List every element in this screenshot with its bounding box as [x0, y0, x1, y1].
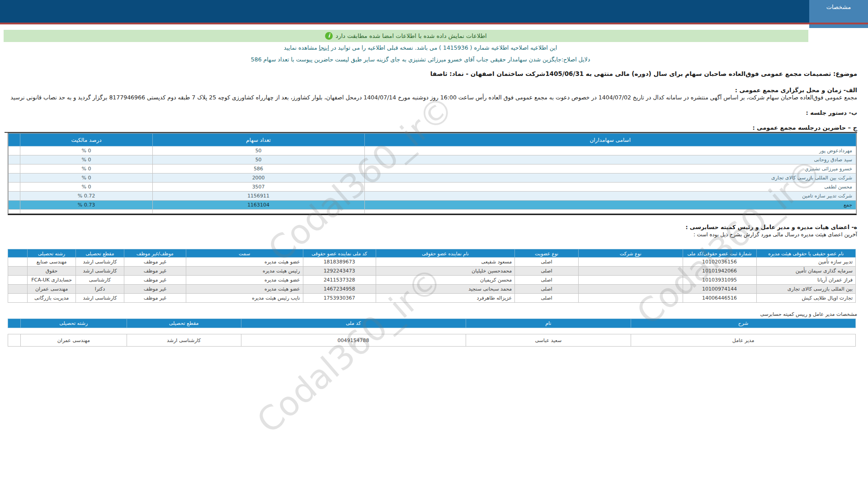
empty-cell	[364, 210, 856, 214]
shares-cell: 3507	[152, 183, 364, 192]
subject-line: موضوع: تصمیمات مجمع عمومی فوق‌العاده صاح…	[430, 70, 857, 77]
shares-cell: 50	[152, 146, 364, 155]
shares-cell: 2000	[152, 174, 364, 183]
reg-number-cell: 10100974144	[683, 285, 756, 294]
member-name-cell: بین المللی بازرسی کالای تجاری	[756, 285, 855, 294]
company-type-cell	[578, 267, 683, 276]
ceo-table-header: شرح نام کد ملی مقطع تحصیلی رشته تحصیلی	[8, 319, 856, 328]
empty-cell	[8, 267, 28, 276]
shareholder-name-cell: مهردادعوض پور	[364, 146, 856, 155]
table-row: فراز عمران آریانا 10103931095 اصلی محسن …	[8, 276, 856, 285]
empty-cell	[9, 155, 20, 164]
empty-cell	[20, 210, 153, 214]
attendees-table: اسامی سهامداران تعداد سهام درصد مالکیت م…	[8, 133, 857, 215]
column-header-national-id: کد ملی	[241, 319, 466, 328]
reg-number-cell: 10102036156	[683, 258, 756, 267]
company-type-cell	[578, 294, 683, 303]
total-label-cell: جمع	[364, 201, 856, 210]
rep-name-cell: محسن کریمیان	[376, 276, 515, 285]
reg-number-cell: 14006446516	[683, 294, 756, 303]
total-shares-cell: 1163104	[152, 201, 364, 210]
empty-cell	[9, 210, 20, 214]
membership-type-cell: اصلی	[515, 294, 579, 303]
revision-reason: دلایل اصلاح:جایگزین شدن سهامدار حقیقی جن…	[0, 56, 841, 63]
empty-cell	[8, 285, 28, 294]
board-table: نام عضو حقیقی یا حقوقی هیئت مدیره شمارهٔ…	[8, 249, 856, 303]
revision-notice-text: این اطلاعیه اصلاحیه اطلاعیه شماره ( 1415…	[329, 44, 557, 51]
table-row: سرمایه گذاری سیمان تأمین 10101942066 اصل…	[8, 267, 856, 276]
column-header-degree: مقطع تحصیلی	[127, 319, 241, 328]
field-cell: مهندسی عمران	[28, 285, 76, 294]
ownership-cell: % 0	[20, 155, 153, 164]
field-cell: مهندسی عمران	[21, 334, 127, 347]
table-row: تدبیر سازه تأمین 10102036156 اصلی مسعود …	[8, 258, 856, 267]
page: { "header": { "tab_label": "مشخصات" }, "…	[0, 0, 868, 488]
column-header-reg-number: شمارهٔ ثبت عضو حقوقی/کد ملی	[683, 249, 756, 258]
table-row: مهردادعوض پور 50 % 0	[9, 146, 856, 155]
section-e-subtitle: آخرین اعضای هیئت مدیره درسال مالی مورد گ…	[693, 231, 857, 238]
revision-notice: این اطلاعیه اصلاحیه اطلاعیه شماره ( 1415…	[0, 44, 841, 51]
rep-name-cell: محمدحسین خلیلیان	[376, 267, 515, 276]
rep-name-cell: عزیزاله طاهرفرد	[376, 294, 515, 303]
company-type-cell	[578, 285, 683, 294]
empty-cell	[9, 174, 20, 183]
rep-national-id-cell: 1753930367	[303, 294, 376, 303]
attendees-header-row: اسامی سهامداران تعداد سهام درصد مالکیت	[9, 134, 856, 146]
column-header-rep-national-id: کد ملی نماینده عضو حقوقی	[303, 249, 376, 258]
member-name-cell: تجارت اوپال طلایی کیش	[756, 294, 855, 303]
total-ownership-cell: % 0.73	[20, 201, 153, 210]
field-cell: حقوق	[28, 267, 76, 276]
empty-cell	[8, 276, 28, 285]
ceo-section-title: مشخصات مدیر عامل و رییس کمیته حسابرسی	[760, 311, 857, 317]
shareholder-name-cell: سید صادق روحانی	[364, 155, 856, 164]
column-header-ownership: درصد مالکیت	[20, 134, 153, 146]
signed-info-text: اطلاعات نمایش داده شده با اطلاعات امضا ش…	[335, 33, 486, 39]
reg-number-cell: 10103931095	[683, 276, 756, 285]
degree-cell: کارشناسی ارشد	[127, 334, 241, 347]
section-b-title: ب- دستور جلسه :	[806, 109, 857, 116]
national-id-cell: 0049154788	[241, 334, 466, 347]
executive-status-cell: غیر موظف	[124, 267, 186, 276]
executive-status-cell: غیر موظف	[124, 276, 186, 285]
field-cell: حسابداری FCA-UK	[28, 276, 76, 285]
column-header-membership-type: نوع عضویت	[515, 249, 579, 258]
empty-cell	[8, 294, 28, 303]
field-cell: مهندسی صنایع	[28, 258, 76, 267]
membership-type-cell: اصلی	[515, 267, 579, 276]
table-row: شرکت بین المللی بازرسی کالای تجاری 2000 …	[9, 174, 856, 183]
empty-cell	[9, 201, 20, 210]
degree-cell: دکترا	[76, 285, 124, 294]
member-name-cell: سرمایه گذاری سیمان تأمین	[756, 267, 855, 276]
member-name-cell: تدبیر سازه تأمین	[756, 258, 855, 267]
column-header-company-type: نوع شرکت	[578, 249, 683, 258]
table-row: تجارت اوپال طلایی کیش 14006446516 اصلی ع…	[8, 294, 856, 303]
ceo-table-body: مدیر عامل سعید عباسی 0049154788 کارشناسی…	[8, 334, 856, 347]
rep-national-id-cell: 1818389673	[303, 258, 376, 267]
shares-cell: 1156911	[152, 192, 364, 201]
section-a-title: الف- زمان و محل برگزاری مجمع عمومی :	[735, 87, 857, 94]
degree-cell: کارشناسی	[76, 276, 124, 285]
column-header-description: شرح	[631, 319, 856, 328]
empty-cell	[9, 192, 20, 201]
degree-cell: کارشناسی ارشد	[76, 294, 124, 303]
column-header-field: رشته تحصیلی	[21, 319, 127, 328]
position-cell: عضو هیئت مدیره	[186, 258, 303, 267]
position-cell: عضو هیئت مدیره	[186, 276, 303, 285]
table-row: مدیر عامل سعید عباسی 0049154788 کارشناسی…	[8, 334, 856, 347]
info-icon	[325, 32, 333, 40]
column-header-member-name: نام عضو حقیقی یا حقوقی هیئت مدیره	[756, 249, 855, 258]
ownership-cell: % 0	[20, 146, 153, 155]
ownership-cell: % 0	[20, 174, 153, 183]
position-cell: عضو هیئت مدیره	[186, 285, 303, 294]
shareholder-name-cell: شرکت تدبیر سازه تامین	[364, 192, 856, 201]
rep-national-id-cell: 2411537328	[303, 276, 376, 285]
empty-cell	[8, 258, 28, 267]
shares-cell: 50	[152, 155, 364, 164]
previous-version-link[interactable]: اینجا	[319, 44, 329, 51]
shareholder-name-cell: خسرو میرزائی تشنیزي	[364, 164, 856, 174]
company-type-cell	[578, 276, 683, 285]
signed-info-bar: اطلاعات نمایش داده شده با اطلاعات امضا ش…	[4, 30, 808, 42]
degree-cell: کارشناسی ارشد	[76, 267, 124, 276]
shares-cell: 586	[152, 164, 364, 174]
rep-name-cell: محمد سبحانی سنجید	[376, 285, 515, 294]
